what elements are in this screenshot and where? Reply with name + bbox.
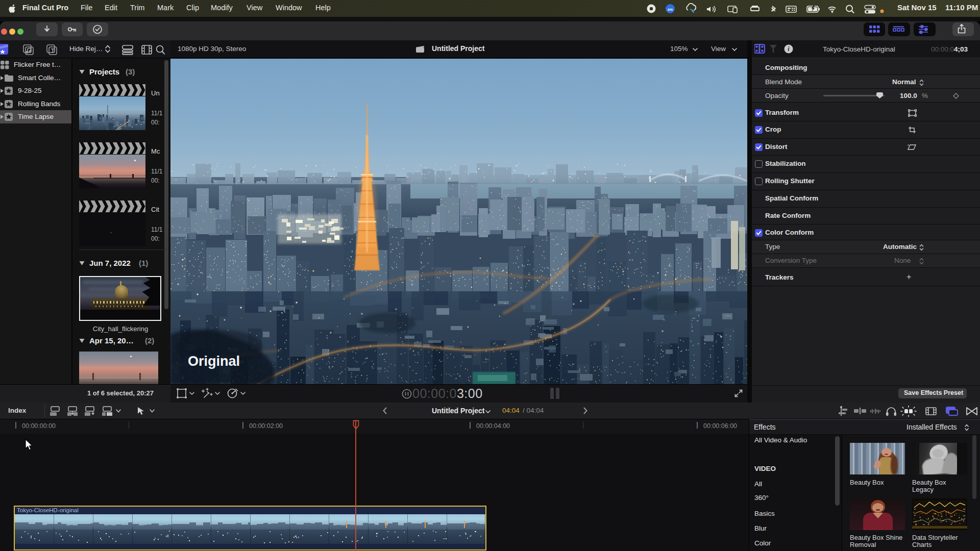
svg-text:Original: Original (188, 354, 240, 369)
svg-text:zm: zm (668, 7, 673, 12)
svg-text:T: T (51, 47, 55, 55)
